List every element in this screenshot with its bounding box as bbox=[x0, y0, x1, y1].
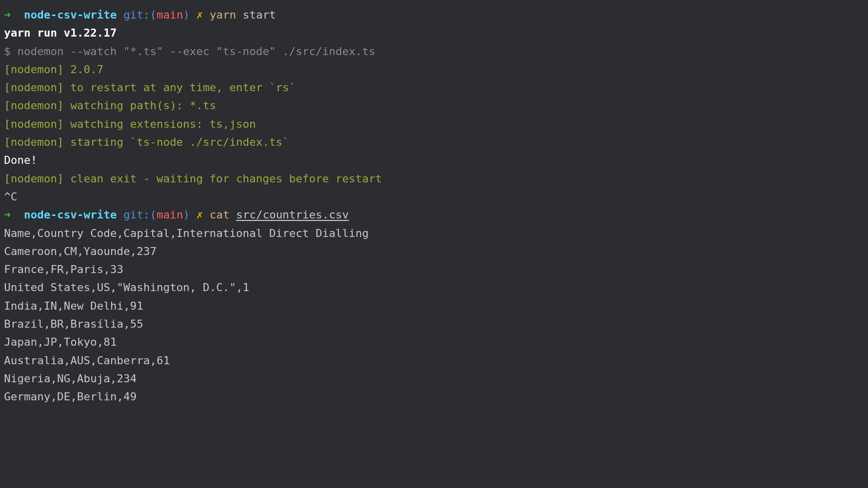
nodemon-output: [nodemon] watching extensions: ts,json bbox=[4, 115, 864, 133]
git-branch: main bbox=[157, 9, 183, 21]
csv-header-line: Name,Country Code,Capital,International … bbox=[4, 224, 864, 242]
csv-row: Australia,AUS,Canberra,61 bbox=[4, 352, 864, 370]
yarn-run-line: yarn run v1.22.17 bbox=[4, 24, 864, 42]
git-label-close: ) bbox=[183, 208, 190, 221]
csv-row: Cameroon,CM,Yaounde,237 bbox=[4, 242, 864, 261]
done-output: Done! bbox=[4, 151, 864, 169]
terminal-area[interactable]: ➜ node-csv-write git:(main) ✗ yarn start… bbox=[4, 6, 864, 406]
nodemon-output: [nodemon] to restart at any time, enter … bbox=[4, 79, 864, 97]
prompt-directory: node-csv-write bbox=[24, 208, 117, 221]
csv-row: Nigeria,NG,Abuja,234 bbox=[4, 370, 864, 388]
git-label: git:( bbox=[123, 9, 156, 21]
git-branch: main bbox=[157, 208, 183, 221]
prompt-arrow-icon: ➜ bbox=[4, 208, 11, 221]
command-name: cat bbox=[210, 208, 230, 221]
command-arg: src/countries.csv bbox=[236, 208, 349, 221]
csv-row: Brazil,BR,Brasília,55 bbox=[4, 315, 864, 333]
csv-row: India,IN,New Delhi,91 bbox=[4, 297, 864, 315]
yarn-script-line: $ nodemon --watch "*.ts" --exec "ts-node… bbox=[4, 43, 864, 61]
prompt-line-1: ➜ node-csv-write git:(main) ✗ yarn start bbox=[4, 6, 864, 24]
git-dirty-icon: ✗ bbox=[196, 208, 203, 221]
git-dirty-icon: ✗ bbox=[196, 9, 203, 21]
nodemon-output: [nodemon] clean exit - waiting for chang… bbox=[4, 170, 864, 188]
git-label-close: ) bbox=[183, 9, 190, 21]
prompt-arrow-icon: ➜ bbox=[4, 9, 11, 21]
csv-row: Japan,JP,Tokyo,81 bbox=[4, 333, 864, 351]
csv-row: United States,US,"Washington, D.C.",1 bbox=[4, 279, 864, 297]
csv-row: Germany,DE,Berlin,49 bbox=[4, 388, 864, 406]
command-arg: start bbox=[243, 9, 276, 21]
csv-row: France,FR,Paris,33 bbox=[4, 261, 864, 279]
prompt-directory: node-csv-write bbox=[24, 9, 117, 21]
prompt-line-2: ➜ node-csv-write git:(main) ✗ cat src/co… bbox=[4, 206, 864, 224]
nodemon-output: [nodemon] starting `ts-node ./src/index.… bbox=[4, 133, 864, 151]
ctrl-c-line: ^C bbox=[4, 188, 864, 206]
command-name: yarn bbox=[210, 9, 236, 21]
nodemon-output: [nodemon] watching path(s): *.ts bbox=[4, 97, 864, 115]
nodemon-output: [nodemon] 2.0.7 bbox=[4, 61, 864, 79]
git-label: git:( bbox=[123, 208, 156, 221]
